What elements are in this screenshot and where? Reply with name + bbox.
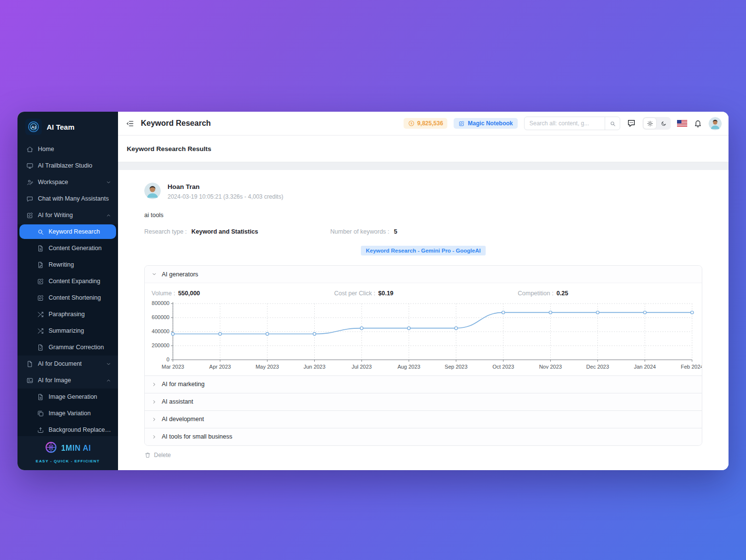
credits-badge[interactable]: $ 9,825,536 bbox=[404, 118, 447, 129]
magic-notebook-button[interactable]: Magic Notebook bbox=[454, 118, 518, 129]
svg-text:$: $ bbox=[410, 122, 412, 125]
page-background: AI AI Team HomeAI Trailblazer StudioWork… bbox=[0, 0, 746, 560]
sidebar-nav: HomeAI Trailblazer StudioWorkspaceChat w… bbox=[17, 141, 118, 436]
brand-title: AI Team bbox=[47, 123, 74, 131]
file-icon bbox=[26, 360, 34, 368]
svg-text:Jul 2023: Jul 2023 bbox=[352, 364, 372, 370]
chevron-up-icon bbox=[106, 378, 111, 383]
sidebar-item-image-variation[interactable]: Image Variation bbox=[17, 405, 118, 422]
pencil-square-icon bbox=[26, 212, 34, 219]
keywords-accordion: AI generatorsVolume :550,000Cost per Cli… bbox=[144, 265, 702, 446]
sidebar-item-summarizing[interactable]: Summarizing bbox=[17, 322, 118, 339]
svg-text:Oct 2023: Oct 2023 bbox=[492, 364, 514, 370]
svg-text:Nov 2023: Nov 2023 bbox=[539, 364, 562, 370]
competition-stat: Competition :0.25 bbox=[518, 290, 568, 297]
brain-icon bbox=[45, 441, 57, 456]
app-window: AI AI Team HomeAI Trailblazer StudioWork… bbox=[17, 112, 729, 470]
keyword-name: AI tools for small business bbox=[162, 433, 232, 440]
keywords-count-value: 5 bbox=[394, 228, 397, 235]
sidebar-item-label: Image Variation bbox=[49, 410, 91, 417]
volume-stat-label: Volume : bbox=[152, 290, 175, 297]
sidebar-item-grammar-correction[interactable]: Grammar Correction bbox=[17, 339, 118, 356]
sidebar-item-home[interactable]: Home bbox=[17, 141, 118, 157]
home-icon bbox=[26, 146, 34, 153]
keyword-panel-header-ai-tools-for-small-business[interactable]: AI tools for small business bbox=[145, 428, 702, 445]
competition-stat-value: 0.25 bbox=[557, 290, 568, 297]
sidebar-item-label: Keyword Research bbox=[49, 228, 100, 235]
svg-text:May 2023: May 2023 bbox=[255, 364, 279, 370]
delete-button[interactable]: Delete bbox=[144, 452, 171, 458]
keyword-panel-header-ai-for-marketing[interactable]: AI for marketing bbox=[145, 376, 702, 393]
sidebar-item-paraphrasing[interactable]: Paraphrasing bbox=[17, 306, 118, 322]
research-meta-row: Research type : Keyword and Statistics N… bbox=[144, 228, 702, 235]
sun-icon[interactable] bbox=[644, 118, 656, 129]
sidebar-item-label: Content Shortening bbox=[49, 294, 101, 301]
delete-label: Delete bbox=[154, 452, 171, 458]
sidebar-item-workspace[interactable]: Workspace bbox=[17, 174, 118, 190]
credits-value: 9,825,536 bbox=[417, 120, 443, 127]
sidebar-item-image-generation[interactable]: Image Generation bbox=[17, 389, 118, 405]
sidebar-item-content-expanding[interactable]: Content Expanding bbox=[17, 273, 118, 289]
chat-icon bbox=[26, 195, 34, 203]
sidebar-item-ai-for-image[interactable]: AI for Image bbox=[17, 372, 118, 389]
document-check-icon bbox=[37, 344, 44, 351]
pencil-square-icon bbox=[458, 120, 465, 127]
sidebar-item-ai-trailblazer-studio[interactable]: AI Trailblazer Studio bbox=[17, 157, 118, 174]
svg-text:Dec 2023: Dec 2023 bbox=[586, 364, 609, 370]
keyword-name: AI development bbox=[162, 416, 204, 423]
sidebar-item-label: AI Trailblazer Studio bbox=[38, 162, 92, 169]
keyword-panel-header-ai-assistant[interactable]: AI assistant bbox=[145, 393, 702, 410]
keyword-panel-ai-for-marketing: AI for marketing bbox=[145, 375, 702, 393]
sidebar-item-chat-with-many-assistants[interactable]: Chat with Many Assistants bbox=[17, 190, 118, 207]
user-icon bbox=[26, 179, 34, 186]
sidebar-item-background-replacement[interactable]: Background Replacement bbox=[17, 422, 118, 436]
sidebar-item-label: Background Replacement bbox=[49, 426, 111, 433]
research-type-label: Research type : bbox=[144, 228, 187, 235]
coin-icon: $ bbox=[408, 120, 415, 127]
sidebar-item-ai-for-writing[interactable]: AI for Writing bbox=[17, 207, 118, 223]
result-timestamp: 2024-03-19 10:05:21 (3.326s - 4,003 cred… bbox=[168, 193, 283, 200]
svg-text:Jan 2024: Jan 2024 bbox=[634, 364, 656, 370]
keyword-panel-header-ai-generators[interactable]: AI generators bbox=[145, 266, 702, 283]
document-icon bbox=[37, 245, 44, 252]
collapse-sidebar-icon[interactable] bbox=[126, 119, 134, 128]
topbar-actions: $ 9,825,536 Magic Notebook bbox=[404, 117, 722, 130]
svg-text:Aug 2023: Aug 2023 bbox=[397, 364, 420, 370]
keyword-panel-ai-development: AI development bbox=[145, 410, 702, 428]
user-avatar[interactable] bbox=[709, 117, 722, 130]
sidebar-submenu: Image GenerationImage VariationBackgroun… bbox=[17, 389, 118, 436]
sidebar-item-label: Grammar Correction bbox=[49, 344, 104, 351]
result-user-name: Hoan Tran bbox=[168, 183, 283, 190]
keyword-name: AI generators bbox=[162, 271, 198, 278]
model-tag: Keyword Research - Gemini Pro - GoogleAI bbox=[361, 246, 485, 255]
svg-text:Jun 2023: Jun 2023 bbox=[304, 364, 325, 370]
sidebar-item-content-shortening[interactable]: Content Shortening bbox=[17, 289, 118, 306]
shuffle-icon bbox=[37, 327, 44, 335]
keyword-panel-header-ai-development[interactable]: AI development bbox=[145, 411, 702, 428]
volume-stat: Volume :550,000 bbox=[152, 290, 334, 297]
us-flag-icon[interactable] bbox=[677, 120, 687, 127]
main-area: Keyword Research $ 9,825,536 Magic Noteb… bbox=[118, 112, 729, 470]
search-icon bbox=[37, 228, 44, 236]
sidebar-item-ai-for-document[interactable]: AI for Document bbox=[17, 356, 118, 372]
research-type: Research type : Keyword and Statistics bbox=[144, 228, 330, 235]
sidebar-item-label: Content Generation bbox=[49, 245, 102, 252]
sidebar-item-label: AI for Writing bbox=[38, 212, 73, 219]
chat-bubble-icon[interactable] bbox=[627, 119, 636, 128]
pencil-square-icon bbox=[37, 294, 44, 302]
bell-icon[interactable] bbox=[694, 119, 702, 128]
results-heading: Keyword Research Results bbox=[118, 136, 729, 162]
footer-brand-title: 1MIN AI bbox=[61, 444, 91, 453]
search-input[interactable] bbox=[525, 120, 605, 127]
footer-brand: 1MIN AI bbox=[22, 441, 113, 456]
sidebar-item-rewriting[interactable]: Rewriting bbox=[17, 256, 118, 273]
chevron-down-icon bbox=[152, 272, 157, 277]
sidebar-item-content-generation[interactable]: Content Generation bbox=[17, 240, 118, 256]
sidebar-item-label: Chat with Many Assistants bbox=[38, 195, 109, 202]
svg-text:AI: AI bbox=[31, 124, 36, 130]
moon-icon[interactable] bbox=[657, 118, 670, 129]
search-icon[interactable] bbox=[605, 117, 620, 130]
sidebar-item-keyword-research[interactable]: Keyword Research bbox=[19, 224, 116, 239]
result-user-avatar bbox=[144, 183, 161, 199]
keyword-panel-ai-assistant: AI assistant bbox=[145, 393, 702, 410]
